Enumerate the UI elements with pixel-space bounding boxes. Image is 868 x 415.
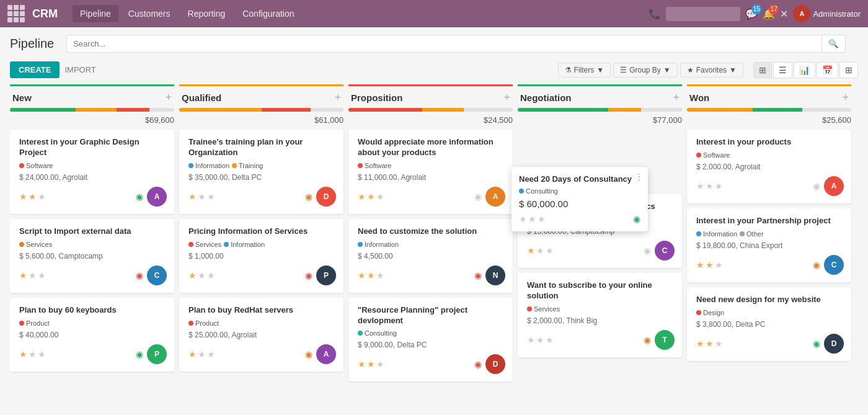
- chat-icon[interactable]: 💬 15: [745, 8, 758, 20]
- phone-icon[interactable]: 📞: [649, 8, 661, 20]
- favorites-button[interactable]: ★ Favorites ▼: [680, 63, 743, 78]
- card-title: Script to Import external data: [19, 226, 167, 237]
- card-stars[interactable]: ★★★: [188, 270, 215, 280]
- card-tags: Services: [19, 241, 167, 248]
- bell-icon[interactable]: 🔔 17: [763, 8, 775, 20]
- progress-bar-new: [10, 108, 174, 112]
- column-add-proposition[interactable]: +: [503, 91, 510, 104]
- card-avatar: P: [147, 344, 167, 364]
- column-won: Won+$25,600Interest in your productsSoft…: [687, 84, 851, 386]
- groupby-button[interactable]: ☰ Group By ▼: [613, 63, 678, 78]
- card-tags: Software: [696, 151, 844, 159]
- card-tags: Information: [358, 241, 505, 248]
- user-menu[interactable]: A Administrator: [793, 5, 861, 22]
- view-list[interactable]: ☰: [773, 62, 792, 78]
- kanban-card[interactable]: Plan to buy 60 keyboardsProduct$ 40,000.…: [10, 298, 174, 372]
- card-stars[interactable]: ★★★: [358, 192, 384, 202]
- menu-pipeline[interactable]: Pipeline: [73, 5, 118, 22]
- chat-badge: 15: [751, 4, 761, 14]
- page-title: Pipeline: [10, 37, 54, 51]
- menu-configuration[interactable]: Configuration: [235, 5, 301, 22]
- main-area: Pipeline 🔍 CREATE IMPORT ⚗ Filters ▼ ☰ G…: [0, 27, 868, 396]
- kanban-card[interactable]: Script to Import external dataServices$ …: [10, 219, 174, 293]
- kanban-card[interactable]: Interest in your productsSoftware$ 2,000…: [687, 130, 851, 203]
- card-footer: ★★★◉A: [358, 187, 505, 207]
- search-input[interactable]: [66, 35, 822, 53]
- view-calendar[interactable]: 📅: [817, 62, 838, 78]
- kanban-card[interactable]: Interest in your Partnership projectInfo…: [687, 208, 851, 282]
- column-qualified: Qualified+$61,000Trainee's training plan…: [179, 84, 343, 386]
- kanban-card[interactable]: Plan to buy RedHat serversProduct$ 25,00…: [179, 298, 343, 372]
- favorites-chevron: ▼: [729, 66, 737, 74]
- brand-label: CRM: [32, 7, 58, 20]
- add-column-sidebar[interactable]: Add new Column: [856, 84, 858, 386]
- menu-customers[interactable]: Customers: [121, 5, 178, 22]
- app-grid-icon[interactable]: [7, 5, 25, 22]
- column-add-negotiation[interactable]: +: [673, 91, 680, 104]
- import-button[interactable]: IMPORT: [64, 65, 95, 74]
- popup-priority-icon: ◉: [633, 214, 640, 224]
- card-stars[interactable]: ★★★: [19, 192, 46, 202]
- card-footer: ★★★◉C: [527, 241, 675, 261]
- card-meta: $ 40,000.00: [19, 331, 167, 339]
- card-stars[interactable]: ★★★: [19, 349, 46, 359]
- priority-icon: ◉: [305, 349, 312, 359]
- card-stars[interactable]: ★★★: [527, 246, 554, 256]
- kanban-card[interactable]: Pricing Information of ServicesServicesI…: [179, 219, 343, 293]
- card-stars[interactable]: ★★★: [696, 181, 723, 191]
- card-avatar: T: [655, 330, 675, 350]
- search-button[interactable]: 🔍: [822, 35, 846, 53]
- menu-reporting[interactable]: Reporting: [180, 5, 233, 22]
- column-add-qualified[interactable]: +: [334, 91, 341, 104]
- card-stars[interactable]: ★★★: [358, 270, 384, 280]
- view-pivot[interactable]: ⊞: [839, 62, 858, 78]
- kanban-card[interactable]: Need new design for my websiteDesign$ 3,…: [687, 287, 851, 361]
- card-tags: Product: [19, 319, 167, 327]
- toolbar-right: ⚗ Filters ▼ ☰ Group By ▼ ★ Favorites ▼ ⊞…: [558, 62, 858, 78]
- kanban-card[interactable]: Interest in your Graphic Design ProjectS…: [10, 130, 174, 214]
- favorites-label: Favorites: [696, 66, 727, 74]
- card-avatar: C: [147, 266, 167, 285]
- create-button[interactable]: CREATE: [10, 61, 60, 78]
- kebab-menu-icon[interactable]: ⋮: [635, 172, 643, 181]
- card-footer: ★★★◉T: [527, 330, 675, 350]
- card-stars[interactable]: ★★★: [527, 335, 554, 345]
- topnav-search[interactable]: [666, 7, 740, 21]
- column-header-negotiation: Negotiation+: [518, 86, 682, 108]
- card-meta: $ 5,600.00, Camptocamp: [19, 252, 167, 261]
- card-tags: Services: [527, 305, 675, 313]
- kanban-card[interactable]: "Resource Planning" project devlopmentCo…: [348, 298, 513, 382]
- card-title: Want to subscribe to your online solutio…: [527, 280, 675, 301]
- view-chart[interactable]: 📊: [794, 62, 815, 78]
- column-title-proposition: Proposition: [351, 92, 402, 103]
- card-meta: $ 24,000.00, Agrolait: [19, 173, 167, 182]
- column-add-new[interactable]: +: [165, 91, 172, 104]
- popup-card[interactable]: ⋮Need 20 Days of ConsultancyConsulting$ …: [512, 167, 648, 231]
- close-icon[interactable]: ✕: [780, 8, 788, 20]
- kanban-card[interactable]: Need to customize the solutionInformatio…: [348, 219, 513, 293]
- card-stars[interactable]: ★★★: [188, 349, 215, 359]
- card-stars[interactable]: ★★★: [19, 270, 46, 280]
- card-stars[interactable]: ★★★: [696, 339, 723, 349]
- column-header-won: Won+: [687, 86, 851, 108]
- kanban-card[interactable]: Trainee's training plan in your Organiza…: [179, 130, 343, 214]
- column-add-won[interactable]: +: [842, 91, 849, 104]
- kanban-card[interactable]: Want to subscribe to your online solutio…: [518, 273, 682, 357]
- column-amount-new: $69,600: [10, 115, 174, 125]
- card-stars[interactable]: ★★★: [696, 260, 723, 270]
- card-meta: $ 3,800.00, Delta PC: [696, 320, 844, 329]
- progress-bar-negotiation: [518, 108, 682, 112]
- card-stars[interactable]: ★★★: [188, 192, 215, 202]
- priority-icon: ◉: [644, 335, 651, 345]
- card-stars[interactable]: ★★★: [358, 359, 384, 369]
- filters-label: Filters: [574, 66, 595, 74]
- view-kanban[interactable]: ⊞: [753, 62, 772, 78]
- card-avatar: A: [485, 187, 505, 207]
- card-title: Interest in your products: [696, 137, 844, 148]
- filters-button[interactable]: ⚗ Filters ▼: [558, 63, 611, 78]
- card-footer: ★★★◉P: [188, 266, 336, 285]
- card-title: "Resource Planning" project devlopment: [358, 305, 505, 326]
- card-tags: Software: [358, 162, 505, 169]
- card-meta: $ 2,000.00, Think Big: [527, 316, 675, 325]
- kanban-card[interactable]: Would appreciate more information about …: [348, 130, 513, 214]
